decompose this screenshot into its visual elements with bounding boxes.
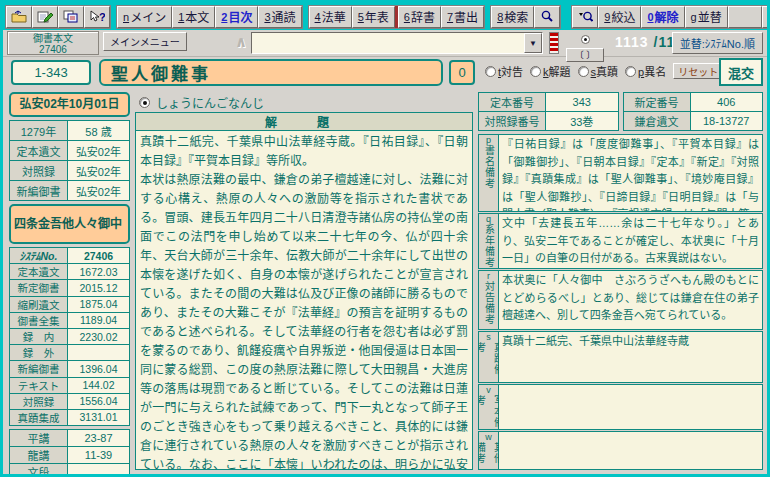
zoom-search-button[interactable] <box>534 6 560 28</box>
combo-value[interactable] <box>252 33 524 53</box>
toolbar-tab-sort[interactable]: g並替 <box>685 6 728 28</box>
toolbar-tab-dictionary[interactable]: 6辞書 <box>398 6 441 28</box>
copy-record-button[interactable] <box>58 6 84 28</box>
edit-record-button[interactable] <box>32 6 58 28</box>
record-navigation-row: 御書本文 27406 メインメニュー ∧ ∨ ▼ 〔 〕 1113 /1113 … <box>3 30 767 57</box>
radio-icon[interactable] <box>578 66 589 77</box>
sort-order-button[interactable]: 並替:ｼｽﾃﾑNo.順 <box>672 32 763 54</box>
cell-label: 縮刷遺文 <box>10 297 67 312</box>
cell-value: 2230.02 <box>68 329 129 344</box>
doc-type-label: 御書本文 <box>8 33 98 44</box>
cell-label: 1279年 <box>10 121 67 140</box>
cell-value: 58 歳 <box>68 121 129 140</box>
numbers-left: 定本番号343 対照録番号33巻 <box>478 92 619 131</box>
section-text[interactable]: 『日祐目録』は「度度御難事」、『平賀本目録』は「御難御抄」、『日朝本目録』『定本… <box>499 135 762 211</box>
toolbar-tab-filter[interactable]: 9絞込 <box>598 6 641 28</box>
kaidai-body[interactable]: 真蹟十二紙完、千葉県中山法華経寺蔵。『日祐目録』、『日朝本目録』『平賀本目録』等… <box>135 131 473 470</box>
lecture-table: 平講23-87 龍講11-39 文段 <box>9 429 130 474</box>
section-addressee-notes: r対告備考 本状奥に「人々御中 さぶろうざへもん殿のもとにとどめらるべし」とあり… <box>478 270 763 330</box>
section-text[interactable]: 真蹟十二紙完、千葉県中山法華経寺蔵 <box>499 332 762 382</box>
section-text[interactable] <box>499 385 762 429</box>
radio-option-kaidai[interactable]: k解題 <box>530 63 571 79</box>
filter-search-button[interactable] <box>572 6 598 28</box>
toolbar-tab-chronology[interactable]: 5年表 <box>352 6 395 28</box>
toolbar-tab-index[interactable]: 2目次 <box>215 6 258 28</box>
numbers-right: 新定番号406 鎌倉遺文18-13727 <box>623 92 764 131</box>
toolbar-tab-read[interactable]: 3通読 <box>258 6 301 28</box>
radio-option-shinseki[interactable]: s真蹟 <box>578 63 619 79</box>
cell-value: 弘安02年 <box>68 141 129 160</box>
bracket-radio[interactable] <box>581 35 590 44</box>
title-row: 1-343 聖人御難事 0 t対告 k解題 s真蹟 p異名 リセット 混交 <box>3 57 767 90</box>
open-file-icon <box>11 10 27 23</box>
cell-label: 御書全集 <box>10 313 67 328</box>
combo-dropdown-button[interactable]: ▼ <box>524 33 542 53</box>
toolbar-tab-release[interactable]: 0解除 <box>641 6 684 28</box>
open-file-button[interactable] <box>6 6 32 28</box>
cell-label: 録 内 <box>10 329 67 344</box>
numbers-grid: 定本番号343 対照録番号33巻 新定番号406 鎌倉遺文18-13727 <box>478 92 763 131</box>
toolbar-tab-text[interactable]: 1本文 <box>172 6 215 28</box>
cell-value: 1672.03 <box>68 264 129 279</box>
radio-icon[interactable] <box>530 66 541 77</box>
radio-icon[interactable] <box>625 66 636 77</box>
reset-button[interactable]: リセット <box>673 63 723 79</box>
jump-radio-group: t対告 k解題 s真蹟 p異名 リセット <box>485 63 723 79</box>
cell-value: 27406 <box>68 248 129 263</box>
section-dating-notes: q系年備考 文中「去建長五年……余は二十七年なり。」とあり、弘安二年であることが… <box>478 213 763 269</box>
cell-label: 対照録 <box>10 161 67 180</box>
record-title: 聖人御難事 <box>99 59 443 86</box>
search-button-group: 8検索 <box>490 5 561 29</box>
toolbar-tab-main[interactable]: nメイン <box>117 6 172 28</box>
cell-label: 龍講 <box>10 447 67 463</box>
section-text[interactable] <box>499 432 762 469</box>
cell-label: 鎌倉遺文 <box>624 112 690 130</box>
radio-option-imyo[interactable]: p異名 <box>625 63 666 79</box>
cell-label: 新定御書 <box>10 280 67 295</box>
toolbar-tab-hokke[interactable]: 4法華 <box>309 6 352 28</box>
cell-value: 11-39 <box>68 447 129 463</box>
record-combo[interactable]: ▼ <box>251 32 543 54</box>
section-label: p書名備考 <box>479 135 499 211</box>
cell-value <box>68 464 129 474</box>
mode-button[interactable]: 混交 <box>719 58 763 86</box>
cell-label: 新編御書 <box>10 181 67 200</box>
radio-icon[interactable] <box>485 66 496 77</box>
section-text[interactable]: 本状奥に「人々御中 さぶろうざへもん殿のもとにとどめらるべし」とあり、総じては鎌… <box>499 271 762 329</box>
cell-value: 1189.04 <box>68 313 129 328</box>
cell-value: 3131.01 <box>68 410 129 425</box>
cell-value <box>68 345 129 360</box>
section-label: w其他備考 <box>479 432 499 469</box>
cell-label: 文段 <box>10 464 67 474</box>
cell-label: 真蹟集成 <box>10 410 67 425</box>
section-text[interactable]: 文中「去建長五年……余は二十七年なり。」とあり、弘安二年であることが確定し、本状… <box>499 214 762 268</box>
kaidai-panel: しょうにんごなんじ 解 題 真蹟十二紙完、千葉県中山法華経寺蔵。『日祐目録』、『… <box>135 92 473 470</box>
main-menu-button[interactable]: メインメニュー <box>103 32 187 51</box>
blank-button[interactable] <box>762 6 770 28</box>
app-window: ? nメイン 1本文 2目次 3通読 4法華 5年表 6辞書 7書出 8検索 <box>0 0 770 477</box>
toolbar-tab-export[interactable]: 7書出 <box>441 6 484 28</box>
cell-label: 新編御書 <box>10 361 67 376</box>
radio-option-taigo[interactable]: t対告 <box>485 63 523 79</box>
date-box: 弘安02年10月01日 <box>9 92 130 117</box>
section-copy-notes: v写本備考 <box>478 384 763 430</box>
help-button[interactable]: ? <box>84 6 110 28</box>
doc-type-panel: 御書本文 27406 <box>7 31 99 55</box>
record-current: 1113 <box>615 34 649 50</box>
kaidai-header: 解 題 <box>135 112 473 131</box>
flag-box: 0 <box>449 60 475 85</box>
toolbar-tab-search[interactable]: 8検索 <box>491 6 534 28</box>
section-label: q系年備考 <box>479 214 499 268</box>
spin-up-icon[interactable]: ∧ <box>235 33 247 51</box>
addressee-box: 四条金吾他人々御中 <box>9 204 130 244</box>
doc-count: 27406 <box>8 44 98 55</box>
cell-value: 343 <box>546 93 618 111</box>
cell-value: 1396.04 <box>68 361 129 376</box>
blank-button[interactable] <box>728 6 762 28</box>
reading-radio[interactable] <box>139 97 150 108</box>
stripe-indicator-icon <box>549 32 559 54</box>
filter-button-group: 9絞込 0解除 g並替 <box>571 5 770 29</box>
section-other-notes: w其他備考 <box>478 431 763 470</box>
cell-label: 定本遺文 <box>10 141 67 160</box>
cell-label: 対照録 <box>10 394 67 409</box>
